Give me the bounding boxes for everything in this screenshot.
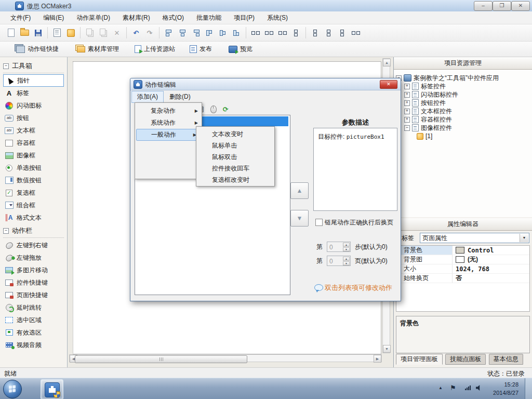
action-item-select-region[interactable]: 选中区域 (0, 314, 67, 326)
horizontal-scrollbar[interactable]: ◀ ▶ (69, 354, 382, 362)
action-item-multi-image-move[interactable]: 多图片移动 (0, 264, 67, 276)
dialog-menu-delete[interactable]: 删除(D) (164, 91, 196, 103)
menu-item-complex-action[interactable]: 复杂动作▶ (135, 105, 202, 117)
tree-node-container-controls[interactable]: + 容器框控件 (396, 115, 532, 124)
puzzle-icon[interactable] (64, 26, 77, 39)
paste-icon[interactable] (97, 26, 110, 39)
menu-system[interactable]: 系统(S) (261, 12, 294, 24)
minimize-button[interactable]: – (474, 1, 493, 11)
close-button[interactable]: ✕ (511, 1, 530, 11)
tree-node-button-controls[interactable]: + 按钮控件 (396, 99, 532, 107)
save-icon[interactable] (31, 26, 45, 39)
align-bottom-icon[interactable] (230, 26, 243, 39)
toolbox-item-radio[interactable]: 单选按钮 (0, 162, 67, 174)
timer-icon[interactable]: ⟳ (223, 106, 229, 113)
align-left-icon[interactable] (162, 26, 176, 39)
same-width-icon[interactable] (249, 26, 262, 39)
action-item-left-to-right[interactable]: 左键到右键 (0, 239, 67, 251)
form-icon[interactable] (50, 26, 64, 39)
start-button[interactable] (3, 380, 22, 398)
toolbox-item-label[interactable]: A标签 (0, 87, 67, 99)
submenu-item-mouse-click[interactable]: 鼠标单击 (196, 140, 274, 151)
preview-button[interactable]: 预览 (229, 45, 252, 54)
action-item-control-hotkey[interactable]: 控件快捷键 (0, 276, 67, 289)
menu-project[interactable]: 项目(P) (228, 12, 261, 24)
same-height-icon[interactable] (309, 26, 322, 39)
menu-action[interactable]: 动作菜单(D) (70, 12, 116, 24)
move-up-button[interactable]: ▲ (290, 182, 309, 199)
expand-icon[interactable]: + (404, 100, 410, 106)
dialog-menu-add[interactable]: 添加(A) (131, 91, 164, 103)
toolbox-item-richtext[interactable]: A格式文本 (0, 211, 67, 224)
menu-file[interactable]: 文件(F) (4, 12, 37, 24)
menu-edit[interactable]: 编辑(E) (37, 12, 70, 24)
new-file-icon[interactable] (4, 26, 18, 39)
space-equal-v-icon[interactable] (322, 26, 336, 39)
align-center-icon[interactable] (176, 26, 189, 39)
toolbox-item-button[interactable]: ab按钮 (0, 112, 67, 124)
spin-down-icon[interactable]: ▼ (343, 247, 350, 251)
expand-icon[interactable]: + (404, 117, 410, 123)
action-chain-shortcut-button[interactable]: 动作链快捷 (15, 45, 59, 54)
redo-icon[interactable]: ↷ (143, 26, 156, 39)
collapse-icon[interactable]: − (3, 63, 9, 69)
spin-up-icon[interactable]: ▲ (343, 257, 350, 261)
page-turn-checkbox[interactable] (315, 219, 323, 226)
tree-node-flash-controls[interactable]: + 闪动图标控件 (396, 90, 532, 99)
menu-item-system-action[interactable]: 系统动作▶ (135, 117, 202, 129)
menu-library[interactable]: 素材库(R) (116, 12, 156, 24)
scroll-right-icon[interactable]: ▶ (374, 355, 381, 363)
action-item-valid-region[interactable]: 有效选区 (0, 326, 67, 339)
property-row-backcolor[interactable]: 背景色 Control (396, 246, 529, 255)
property-row-backimage[interactable]: 背景图 (无) (396, 255, 529, 264)
publish-button[interactable]: 发布 (190, 45, 212, 54)
action-center-flag-icon[interactable]: ⚑ (450, 384, 456, 392)
spin-up-icon[interactable]: ▲ (343, 243, 350, 247)
spin-down-icon[interactable]: ▼ (343, 261, 350, 265)
align-middle-icon[interactable] (216, 26, 230, 39)
move-down-button[interactable]: ▼ (290, 210, 309, 227)
property-filter-combobox[interactable]: 页面属性 ▼ (420, 233, 529, 243)
menu-batch[interactable]: 批量功能 (190, 12, 228, 24)
align-right-icon[interactable] (189, 26, 203, 39)
expand-icon[interactable]: + (404, 92, 410, 98)
volume-icon[interactable] (476, 385, 482, 392)
tree-leaf-1[interactable]: [1] (396, 132, 532, 140)
open-folder-icon[interactable] (18, 26, 31, 39)
toolbox-item-imagebox[interactable]: 图像框 (0, 149, 67, 162)
submenu-item-checkbox-changed[interactable]: 复选框改变时 (196, 174, 274, 185)
property-row-always-page[interactable]: 始终换页 否 (396, 274, 529, 283)
submenu-item-mouse-double-click[interactable]: 鼠标双击 (196, 151, 274, 163)
mouse-icon[interactable] (210, 105, 217, 113)
toolbox-item-textbox[interactable]: abl文本框 (0, 124, 67, 137)
scroll-up-icon[interactable]: ▲ (383, 59, 391, 66)
menu-item-general-action[interactable]: 一般动作▶ (136, 129, 201, 141)
restore-button[interactable]: ❐ (493, 1, 511, 11)
show-desktop-button[interactable] (525, 378, 532, 399)
tree-node-label-controls[interactable]: + 标签控件 (396, 82, 532, 90)
expand-icon[interactable]: + (404, 84, 410, 89)
action-item-page-hotkey[interactable]: 页面快捷键 (0, 289, 67, 301)
toolbox-item-checkbox[interactable]: ✓复选框 (0, 187, 67, 199)
step-spinner[interactable]: 0 ▲▼ (327, 242, 351, 252)
tree-root[interactable]: − 案例教学之“工具箱”中控件应用 (396, 74, 532, 82)
tree-node-textbox-controls[interactable]: + 文本框控件 (396, 107, 532, 115)
scrollbar-thumb[interactable] (75, 355, 247, 363)
toolbox-item-pointer[interactable]: 指针 (3, 74, 64, 87)
tab-basic-info[interactable]: 基本信息 (489, 354, 523, 365)
upload-resource-button[interactable]: 上传资源站 (135, 45, 175, 54)
action-item-drag-drop[interactable]: 左键拖放 (0, 251, 67, 264)
toolbox-item-combobox[interactable]: 组合框 (0, 199, 67, 211)
chevron-down-icon[interactable]: ▼ (520, 234, 528, 242)
page-spinner[interactable]: 0 ▲▼ (327, 256, 351, 266)
delete-icon[interactable]: ✕ (110, 26, 124, 39)
toolbox-item-numeric[interactable]: 数值按钮 (0, 174, 67, 187)
toolbox-header[interactable]: − 工具箱 (0, 59, 67, 72)
material-manager-button[interactable]: 素材库管理 (75, 45, 119, 54)
menu-format[interactable]: 格式(O) (156, 12, 190, 24)
property-row-size[interactable]: 大小 1024, 768 (396, 264, 529, 274)
actionbar-header[interactable]: − 动作栏 (0, 224, 67, 237)
collapse-icon[interactable]: − (404, 125, 410, 131)
expand-icon[interactable]: + (404, 109, 410, 114)
scroll-down-icon[interactable]: ▼ (383, 345, 391, 353)
